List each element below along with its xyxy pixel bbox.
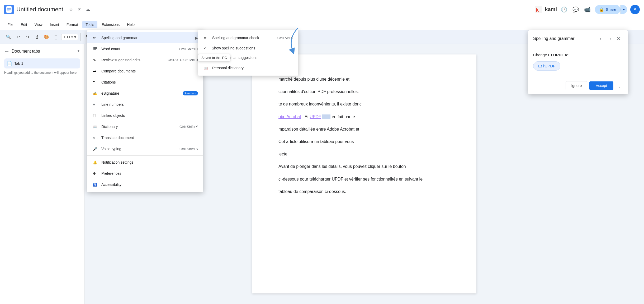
more-options-btn[interactable]: ⋮ <box>615 81 624 90</box>
tools-menu-container: ✏ Spelling and grammar ▶ Word count Ctrl… <box>87 30 203 192</box>
sidebar: ← Document tabs + 📄 Tab 1 ⋮ Headings you… <box>0 44 84 304</box>
svg-text:📖: 📖 <box>204 66 208 70</box>
svg-text:🎤: 🎤 <box>93 147 97 151</box>
doc-updf-link[interactable]: UPDF <box>310 114 321 119</box>
zoom-value: 100% <box>64 35 73 39</box>
menu-item-help[interactable]: Help <box>124 21 138 28</box>
title-bar: Untitled document ☆ ⊡ ☁ k kami 🕐 💬 📹 🔒 S… <box>0 0 644 19</box>
toolbar-search-btn[interactable]: 🔍 <box>4 33 13 41</box>
toolbar-print-btn[interactable]: 🖨 <box>33 33 41 41</box>
preferences-menu-label: Preferences <box>101 171 198 176</box>
doc-page: marché depuis plus d'une décennie et cti… <box>252 54 476 293</box>
menu-item-file[interactable]: File <box>4 21 17 28</box>
toolbar-redo-btn[interactable]: ↪ <box>23 33 32 41</box>
ignore-button[interactable]: Ignore <box>566 81 587 90</box>
doc-link-acrobat[interactable]: obe Acrobat <box>278 114 301 119</box>
spelling-menu-arrow: ▶ <box>195 35 198 40</box>
accessibility-menu-icon: ♿ <box>92 182 98 187</box>
menu-item-view[interactable]: View <box>31 21 46 28</box>
sidebar-title: Document tabs <box>12 49 75 54</box>
arrow-svg <box>282 25 304 57</box>
panel-close-btn[interactable]: ✕ <box>614 34 623 43</box>
share-button-group[interactable]: 🔒 Share ▾ <box>595 5 627 14</box>
review-shortcut: Ctrl+Alt+O Ctrl+Alt+U <box>168 58 198 62</box>
cloud-save-icon[interactable]: ⊡ <box>76 6 83 13</box>
tools-menu-esignature[interactable]: ✍ eSignature Premium <box>87 88 203 99</box>
spellcheck-label: Spelling and grammar check <box>212 36 270 40</box>
accept-button[interactable]: Accept <box>589 81 613 90</box>
sidebar-back-btn[interactable]: ← <box>4 48 10 54</box>
history-icon[interactable]: 🕐 <box>560 5 569 14</box>
tools-menu-linenumbers[interactable]: ≡ Line numbers <box>87 99 203 110</box>
cloud-icon[interactable]: ☁ <box>85 6 91 13</box>
panel-next-btn[interactable]: › <box>606 34 614 43</box>
svg-text:❝: ❝ <box>93 80 95 84</box>
tools-menu-compare[interactable]: ⇌ Compare documents <box>87 66 203 77</box>
doc-paragraph-10: tableau de comparaison ci-dessous. <box>278 188 450 195</box>
svg-text:♿: ♿ <box>93 182 97 187</box>
sidebar-tab-1[interactable]: 📄 Tab 1 ⋮ <box>4 58 80 68</box>
submenu-personaldict[interactable]: 📖 Personal dictionary <box>198 62 298 73</box>
star-icon[interactable]: ☆ <box>68 6 74 13</box>
menu-item-edit[interactable]: Edit <box>18 21 30 28</box>
tools-menu-accessibility[interactable]: ♿ Accessibility <box>87 179 203 190</box>
spelling-panel-title: Spelling and grammar <box>533 36 596 41</box>
menu-item-insert[interactable]: Insert <box>47 21 62 28</box>
toolbar-undo-btn[interactable]: ↩ <box>14 33 22 41</box>
tools-menu-wordcount[interactable]: Word count Ctrl+Shift+C <box>87 43 203 54</box>
saved-tooltip-text: Saved to this PC <box>201 56 227 60</box>
linkedobj-menu-label: Linked objects <box>101 113 198 118</box>
sidebar-add-btn[interactable]: + <box>77 48 80 54</box>
tab-label: Tab 1 <box>14 61 70 66</box>
panel-prev-btn[interactable]: ‹ <box>596 34 605 43</box>
compare-menu-icon: ⇌ <box>92 68 98 74</box>
share-dropdown-button[interactable]: ▾ <box>621 5 627 14</box>
tools-menu-preferences[interactable]: ⚙ Preferences <box>87 168 203 179</box>
translate-menu-icon: A→ <box>92 135 98 141</box>
arrow-annotation <box>282 25 304 58</box>
toolbar-paintformat-btn[interactable]: 🎨 <box>42 33 51 41</box>
esignature-menu-icon: ✍ <box>92 90 98 96</box>
spelling-menu-label: Spelling and grammar <box>101 36 190 40</box>
avatar[interactable]: A <box>630 5 640 14</box>
tools-menu-translate[interactable]: A→ Translate document <box>87 132 203 143</box>
dictionary-shortcut: Ctrl+Shift+Y <box>179 125 198 129</box>
menu-item-tools[interactable]: Tools <box>82 21 97 28</box>
tools-menu-spelling[interactable]: ✏ Spelling and grammar ▶ <box>87 32 203 43</box>
spelling-check-mark: ✓ <box>203 46 209 50</box>
preferences-menu-icon: ⚙ <box>92 171 98 176</box>
tools-menu-voicetyping[interactable]: 🎤 Voice typing Ctrl+Shift+S <box>87 143 203 154</box>
suggestion-button[interactable]: Et l'UPDF <box>533 61 560 71</box>
svg-rect-2 <box>7 8 11 9</box>
doc-paragraph-7: jecte. <box>278 150 450 158</box>
kami-logo: k kami <box>534 5 557 14</box>
zoom-selector[interactable]: 100% ▾ <box>61 34 78 40</box>
doc-paragraph-3: te de nombreux inconvénients, il existe … <box>278 100 450 108</box>
tools-menu-notification[interactable]: 🔔 Notification settings <box>87 157 203 168</box>
menu-item-extensions[interactable]: Extensions <box>98 21 123 28</box>
svg-text:✍: ✍ <box>93 91 98 96</box>
tools-menu-linkedobj[interactable]: ⬚ Linked objects <box>87 110 203 121</box>
menu-item-format[interactable]: Format <box>63 21 81 28</box>
kami-icon: k <box>534 5 543 14</box>
svg-text:⬚: ⬚ <box>93 114 96 118</box>
svg-text:🔔: 🔔 <box>93 160 97 165</box>
tools-menu-citations[interactable]: ❝ Citations <box>87 77 203 88</box>
menu-bar: File Edit View Insert Format Tools Exten… <box>0 19 644 30</box>
toolbar-separator-1 <box>80 33 81 41</box>
share-button[interactable]: 🔒 Share <box>595 5 621 14</box>
chat-icon[interactable]: 💬 <box>572 5 580 14</box>
voicetyping-menu-icon: 🎤 <box>92 146 98 152</box>
toolbar-format-btn[interactable]: T̲ <box>52 33 60 41</box>
wordcount-menu-icon <box>92 46 98 52</box>
citations-menu-label: Citations <box>101 80 198 84</box>
svg-text:✏: ✏ <box>93 36 96 40</box>
tools-menu-review[interactable]: ✎ Review suggested edits Ctrl+Alt+O Ctrl… <box>87 54 203 66</box>
video-icon[interactable]: 📹 <box>583 5 592 14</box>
tools-menu-dictionary[interactable]: 📖 Dictionary Ctrl+Shift+Y <box>87 121 203 132</box>
tab-more-icon[interactable]: ⋮ <box>73 61 77 66</box>
linkedobj-menu-icon: ⬚ <box>92 113 98 118</box>
svg-rect-3 <box>7 10 11 10</box>
dictionary-menu-label: Dictionary <box>101 125 176 129</box>
spelling-panel-nav: ‹ › <box>596 34 614 43</box>
